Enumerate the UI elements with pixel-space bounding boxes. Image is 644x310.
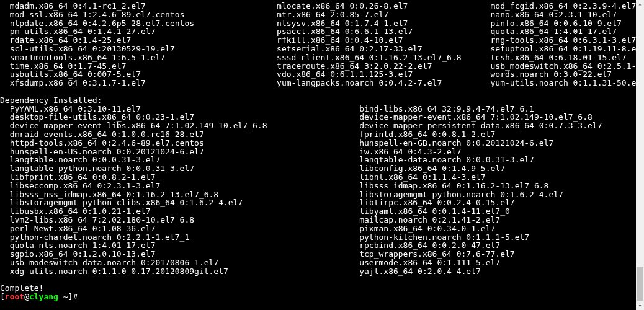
blank-line — [0, 276, 636, 285]
dependency-line: langtable-python.noarch 0:0.0.31-3.el7 l… — [0, 164, 636, 173]
package-line: xfsdump.x86_64 0:3.1.7-1.el7 yum-langpac… — [0, 79, 636, 87]
dependency-line: usb_modeswitch-data.noarch 0:20170806-1.… — [0, 259, 636, 267]
prompt-user: root — [5, 292, 24, 301]
dependency-line: sgpio.x86_64 0:1.2.0.10-13.el7 tcp_wrapp… — [0, 250, 636, 259]
dependency-line: libstoragemgmt-python-clibs.x86_64 0:1.6… — [0, 198, 636, 207]
dependency-line: langtable.noarch 0:0.0.31-3.el7 langtabl… — [0, 156, 636, 164]
dependency-line: quota-nls.noarch 1:4.01-17.el7 rpcbind.x… — [0, 241, 636, 250]
dependency-header: Dependency Installed: — [0, 96, 636, 105]
terminal-viewport: mdadm.x86_64 0:4.1-rc1_2.el7 mlocate.x86… — [0, 0, 644, 310]
package-line: smartmontools.x86_64 1:6.5-1.el7 sssd-cl… — [0, 53, 636, 62]
dependency-line: device-mapper-event-libs.x86_64 7:1.02.1… — [0, 122, 636, 130]
prompt-space — [58, 292, 63, 301]
package-line: scl-utils.x86_64 0:20130529-19.el7 setse… — [0, 45, 636, 53]
dependency-line: python-chardet.noarch 0:2.2.1-1.el7_1 py… — [0, 233, 636, 242]
cursor — [83, 293, 87, 301]
package-line: pm-utils.x86_64 0:1.4.1-27.el7 psacct.x8… — [0, 27, 636, 36]
dependency-line: lvm2-libs.x86_64 7:2.02.180-10.el7_6.8 m… — [0, 216, 636, 224]
terminal-output[interactable]: mdadm.x86_64 0:4.1-rc1_2.el7 mlocate.x86… — [0, 0, 636, 310]
package-line: usbutils.x86_64 0:007-5.el7 vdo.x86_64 0… — [0, 70, 636, 79]
blank-line — [0, 87, 636, 96]
dependency-line: libusbx.x86_64 0:1.0.21-1.el7 libyaml.x8… — [0, 207, 636, 216]
package-line: mdadm.x86_64 0:4.1-rc1_2.el7 mlocate.x86… — [0, 2, 636, 11]
complete-line: Complete! — [0, 284, 636, 293]
package-line: ntpdate.x86_64 0:4.2.6p5-28.el7.centos n… — [0, 19, 636, 28]
dependency-line: dmraid-events.x86_64 0:1.0.0.rc16-28.el7… — [0, 130, 636, 139]
package-line: mod_ssl.x86_64 1:2.4.6-89.el7.centos mtr… — [0, 11, 636, 19]
dependency-line: perl-Newt.x86_64 0:1.08-36.el7 pixman.x8… — [0, 224, 636, 233]
shell-prompt[interactable]: [root@clyang ~]# — [0, 293, 636, 301]
dependency-line: libsss_nss_idmap.x86_64 0:1.16.2-13.el7_… — [0, 190, 636, 199]
prompt-dir: ~ — [63, 292, 68, 301]
dependency-line: libfprint.x86_64 0:0.8.2-1.el7 libnl.x86… — [0, 173, 636, 182]
prompt-hash: # — [73, 292, 78, 301]
dependency-line: PyYAML.x86_64 0:3.10-11.el7 bind-libs.x8… — [0, 105, 636, 113]
prompt-host: clyang — [29, 292, 58, 301]
scrollbar-thumb[interactable] — [637, 267, 643, 301]
dependency-line: desktop-file-utils.x86_64 0:0.23-1.el7 d… — [0, 113, 636, 122]
scrollbar-up-arrow[interactable]: ▴ — [636, 0, 644, 8]
scrollbar-down-arrow[interactable]: ▾ — [636, 302, 644, 310]
dependency-line: hunspell-en-US.noarch 0:0.20121024-6.el7… — [0, 148, 636, 156]
dependency-line: httpd-tools.x86_64 0:2.4.6-89.el7.centos… — [0, 139, 636, 148]
dependency-line: libseccomp.x86_64 0:2.3.1-3.el7 libsss_i… — [0, 182, 636, 190]
prompt-at: @ — [24, 292, 29, 301]
prompt-open-bracket: [ — [0, 292, 5, 301]
package-line: rdate.x86_64 0:1.4-25.el7 rfkill.x86_64 … — [0, 36, 636, 45]
package-line: time.x86_64 0:1.7-45.el7 traceroute.x86_… — [0, 62, 636, 71]
dependency-line: xdg-utils.noarch 0:1.1.0-0.17.20120809gi… — [0, 267, 636, 276]
scrollbar-track[interactable]: ▴ ▾ — [636, 0, 644, 310]
